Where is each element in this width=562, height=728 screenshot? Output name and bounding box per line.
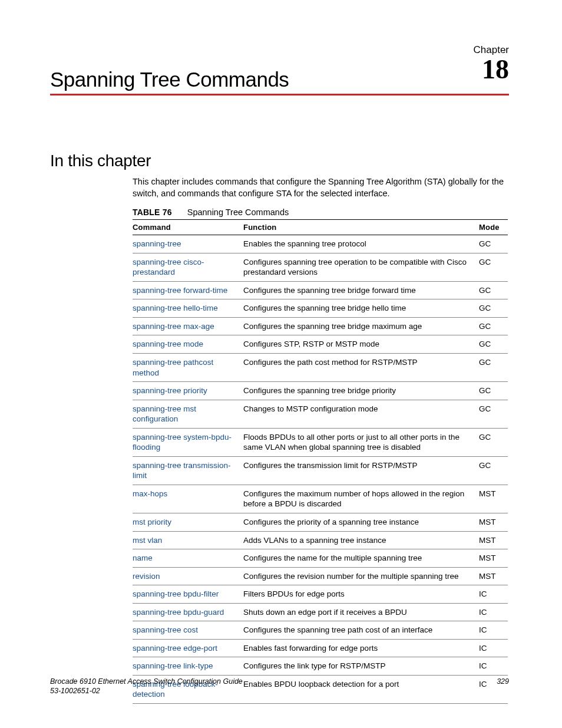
cell-function: Shuts down an edge port if it receives a… bbox=[243, 603, 479, 621]
cell-command: name bbox=[133, 549, 243, 568]
command-link[interactable]: spanning-tree max-age bbox=[133, 322, 214, 331]
cell-function: Configures the maximum number of hops al… bbox=[243, 485, 479, 513]
cell-function: Adds VLANs to a spanning tree instance bbox=[243, 531, 479, 549]
command-link[interactable]: spanning-tree priority bbox=[133, 386, 207, 395]
cell-function: Configures the path cost method for RSTP… bbox=[243, 353, 479, 381]
cell-function: Configures the spanning tree bridge hell… bbox=[243, 299, 479, 318]
cell-function: Configures the name for the multiple spa… bbox=[243, 549, 479, 568]
table-row: spanning-tree mst configurationChanges t… bbox=[133, 400, 508, 428]
cell-mode: IC bbox=[479, 621, 508, 640]
chapter-number: 18 bbox=[482, 56, 509, 83]
cell-command: spanning-tree priority bbox=[133, 382, 243, 400]
command-link[interactable]: spanning-tree edge-port bbox=[133, 644, 217, 653]
command-link[interactable]: spanning-tree bpdu-guard bbox=[133, 608, 224, 617]
command-link[interactable]: spanning-tree transmission-limit bbox=[133, 461, 231, 480]
cell-mode: GC bbox=[479, 281, 508, 299]
command-link[interactable]: revision bbox=[133, 572, 160, 581]
cell-function: Floods BPDUs to all other ports or just … bbox=[243, 428, 479, 456]
table-row: spanning-tree hello-timeConfigures the s… bbox=[133, 299, 508, 318]
cell-command: spanning-tree bpdu-guard bbox=[133, 603, 243, 621]
footer-doc-title: Brocade 6910 Ethernet Access Switch Conf… bbox=[50, 677, 509, 686]
section-in-this-chapter: In this chapter This chapter includes co… bbox=[50, 151, 509, 704]
table-row: spanning-tree edge-portEnables fast forw… bbox=[133, 639, 508, 657]
cell-command: spanning-tree edge-port bbox=[133, 639, 243, 657]
cell-command: max-hops bbox=[133, 485, 243, 513]
table-row: spanning-tree cisco-prestandardConfigure… bbox=[133, 253, 508, 281]
chapter-title: Spanning Tree Commands bbox=[50, 50, 509, 91]
cell-command: spanning-tree cisco-prestandard bbox=[133, 253, 243, 281]
cell-function: Configures the spanning tree bridge forw… bbox=[243, 281, 479, 299]
command-link[interactable]: mst priority bbox=[133, 518, 171, 526]
table-row: spanning-tree costConfigures the spannin… bbox=[133, 621, 508, 640]
cell-command: spanning-tree mode bbox=[133, 335, 243, 354]
command-link[interactable]: mst vlan bbox=[133, 536, 162, 545]
chapter-header: Chapter 18 Spanning Tree Commands bbox=[50, 50, 509, 95]
cell-function: Configures the link type for RSTP/MSTP bbox=[243, 657, 479, 676]
table-header-row: Command Function Mode bbox=[133, 220, 508, 235]
cell-command: spanning-tree link-type bbox=[133, 657, 243, 676]
cell-command: mst vlan bbox=[133, 531, 243, 549]
command-link[interactable]: spanning-tree cisco-prestandard bbox=[133, 258, 204, 277]
table-caption-text: Spanning Tree Commands bbox=[187, 207, 289, 217]
table-row: spanning-tree bpdu-guardShuts down an ed… bbox=[133, 603, 508, 621]
cell-function: Filters BPDUs for edge ports bbox=[243, 585, 479, 604]
cell-mode: IC bbox=[479, 603, 508, 621]
table-row: mst vlanAdds VLANs to a spanning tree in… bbox=[133, 531, 508, 549]
cell-function: Configures the priority of a spanning tr… bbox=[243, 513, 479, 531]
th-command: Command bbox=[133, 220, 243, 235]
command-link[interactable]: spanning-tree system-bpdu-flooding bbox=[133, 433, 232, 452]
cell-command: spanning-tree bbox=[133, 235, 243, 253]
table-row: spanning-tree max-ageConfigures the span… bbox=[133, 317, 508, 335]
table-row: spanning-tree bpdu-filterFilters BPDUs f… bbox=[133, 585, 508, 604]
cell-command: spanning-tree pathcost method bbox=[133, 353, 243, 381]
table-row: spanning-treeEnables the spanning tree p… bbox=[133, 235, 508, 253]
command-link[interactable]: spanning-tree link-type bbox=[133, 661, 213, 670]
cell-mode: MST bbox=[479, 513, 508, 531]
spanning-tree-commands-table: Command Function Mode spanning-treeEnabl… bbox=[133, 219, 508, 704]
command-link[interactable]: name bbox=[133, 554, 153, 562]
cell-mode: GC bbox=[479, 317, 508, 335]
page-number: 329 bbox=[497, 677, 509, 686]
cell-mode: IC bbox=[479, 585, 508, 604]
command-link[interactable]: spanning-tree cost bbox=[133, 625, 198, 634]
th-mode: Mode bbox=[479, 220, 508, 235]
table-row: spanning-tree link-typeConfigures the li… bbox=[133, 657, 508, 676]
cell-function: Configures the spanning tree path cost o… bbox=[243, 621, 479, 640]
cell-function: Enables the spanning tree protocol bbox=[243, 235, 479, 253]
cell-mode: GC bbox=[479, 253, 508, 281]
cell-function: Configures the revision number for the m… bbox=[243, 567, 479, 585]
table-row: spanning-tree system-bpdu-floodingFloods… bbox=[133, 428, 508, 456]
cell-command: spanning-tree cost bbox=[133, 621, 243, 640]
cell-mode: MST bbox=[479, 531, 508, 549]
cell-command: spanning-tree forward-time bbox=[133, 281, 243, 299]
command-link[interactable]: spanning-tree hello-time bbox=[133, 304, 218, 312]
cell-mode: IC bbox=[479, 639, 508, 657]
table-row: revisionConfigures the revision number f… bbox=[133, 567, 508, 585]
table-row: spanning-tree priorityConfigures the spa… bbox=[133, 382, 508, 400]
cell-command: spanning-tree bpdu-filter bbox=[133, 585, 243, 604]
cell-command: spanning-tree system-bpdu-flooding bbox=[133, 428, 243, 456]
cell-mode: MST bbox=[479, 567, 508, 585]
section-intro: This chapter includes commands that conf… bbox=[133, 176, 509, 199]
table-label: TABLE 76 bbox=[133, 207, 172, 217]
table-row: nameConfigures the name for the multiple… bbox=[133, 549, 508, 568]
table-row: mst priorityConfigures the priority of a… bbox=[133, 513, 508, 531]
command-link[interactable]: max-hops bbox=[133, 489, 167, 498]
command-link[interactable]: spanning-tree mst configuration bbox=[133, 404, 196, 424]
cell-mode: GC bbox=[479, 353, 508, 381]
cell-command: spanning-tree mst configuration bbox=[133, 400, 243, 428]
cell-function: Configures spanning tree operation to be… bbox=[243, 253, 479, 281]
cell-mode: GC bbox=[479, 400, 508, 428]
table-caption: TABLE 76 Spanning Tree Commands bbox=[133, 205, 509, 219]
footer-doc-id: 53-1002651-02 bbox=[50, 686, 509, 696]
command-link[interactable]: spanning-tree bpdu-filter bbox=[133, 589, 219, 598]
command-link[interactable]: spanning-tree pathcost method bbox=[133, 358, 213, 377]
command-link[interactable]: spanning-tree mode bbox=[133, 340, 203, 348]
command-link[interactable]: spanning-tree forward-time bbox=[133, 286, 227, 295]
cell-command: spanning-tree transmission-limit bbox=[133, 456, 243, 485]
cell-mode: IC bbox=[479, 657, 508, 676]
cell-mode: GC bbox=[479, 456, 508, 485]
page-footer: Brocade 6910 Ethernet Access Switch Conf… bbox=[50, 677, 509, 696]
command-link[interactable]: spanning-tree bbox=[133, 239, 181, 248]
section-title: In this chapter bbox=[50, 151, 509, 170]
